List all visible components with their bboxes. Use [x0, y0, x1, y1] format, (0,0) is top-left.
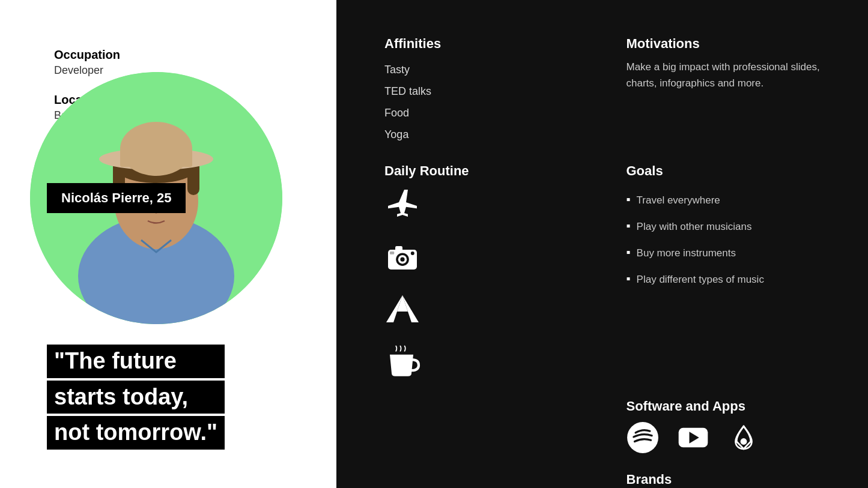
quote-line-1: "The future	[47, 345, 225, 378]
svg-rect-18	[390, 252, 394, 255]
svg-point-15	[400, 258, 404, 262]
right-panel: Affinities Tasty TED talks Food Yoga Mot…	[336, 0, 868, 488]
plane-icon	[384, 186, 420, 222]
occupation-section: Occupation Developer	[54, 48, 120, 77]
goal-item: Buy more instruments	[627, 239, 833, 265]
affinities-section: Affinities Tasty TED talks Food Yoga	[384, 36, 590, 145]
tent-icon	[384, 292, 420, 328]
svg-point-17	[411, 252, 414, 255]
software-section: Software and Apps	[627, 399, 833, 454]
software-title: Software and Apps	[627, 399, 833, 414]
goal-item: Travel everywhere	[627, 186, 833, 212]
name-badge: Nicolás Pierre, 25	[47, 183, 186, 213]
motivations-title: Motivations	[627, 36, 833, 52]
coffee-icon	[384, 345, 420, 381]
affinities-list: Tasty TED talks Food Yoga	[384, 59, 590, 145]
routine-icons	[384, 186, 590, 381]
goals-list: Travel everywhere Play with other musici…	[627, 186, 833, 292]
software-icons-row	[627, 421, 833, 454]
affinity-item: Yoga	[384, 124, 590, 145]
svg-point-25	[740, 438, 747, 445]
goal-item: Play different types of music	[627, 265, 833, 292]
brands-section: Brands Canon twitch	[627, 472, 833, 488]
daily-routine-section: Daily Routine	[384, 163, 590, 381]
occupation-value: Developer	[54, 64, 120, 77]
airbnb-icon	[727, 421, 760, 454]
brands-title: Brands	[627, 472, 833, 487]
motivations-section: Motivations Make a big impact with profe…	[627, 36, 833, 145]
occupation-label: Occupation	[54, 48, 120, 62]
left-panel: Occupation Developer Location Boston, US…	[0, 0, 336, 488]
motivations-text: Make a big impact with professional slid…	[627, 59, 833, 91]
quote-line-3: not tomorrow."	[47, 416, 225, 450]
camera-icon	[384, 239, 420, 275]
affinity-item: Food	[384, 102, 590, 124]
svg-point-22	[627, 422, 658, 453]
daily-routine-title: Daily Routine	[384, 163, 590, 179]
affinities-title: Affinities	[384, 36, 590, 52]
quote-line-2: starts today,	[47, 381, 225, 414]
affinity-item: TED talks	[384, 80, 590, 102]
goal-item: Play with other musicians	[627, 212, 833, 239]
svg-rect-9	[120, 149, 192, 167]
svg-rect-16	[395, 246, 402, 251]
quote-section: "The future starts today, not tomorrow."	[47, 345, 225, 452]
affinity-item: Tasty	[384, 59, 590, 80]
goals-section: Goals Travel everywhere Play with other …	[627, 163, 833, 381]
goals-title: Goals	[627, 163, 833, 179]
spotify-icon	[627, 421, 659, 454]
youtube-icon	[677, 421, 709, 454]
